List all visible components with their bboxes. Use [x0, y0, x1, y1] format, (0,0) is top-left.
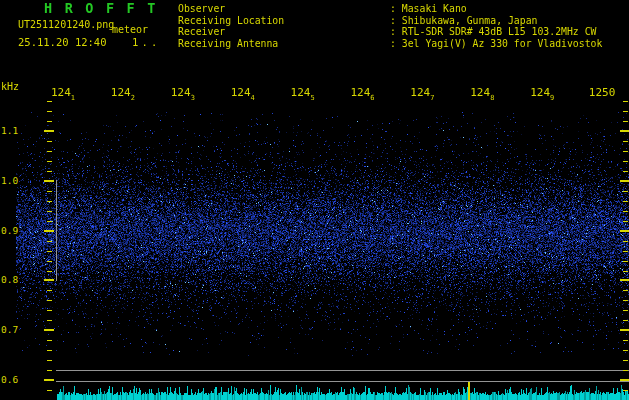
y-axis-minor-tick: [623, 360, 628, 361]
y-axis-minor-tick: [623, 350, 628, 351]
x-axis-label: 1241: [51, 86, 75, 99]
y-axis-minor-tick: [47, 201, 52, 202]
reference-line-lower: [56, 381, 629, 382]
y-axis-major-tick: [620, 329, 629, 331]
spectrogram-noise-canvas: [0, 0, 629, 400]
y-axis-minor-tick: [623, 211, 628, 212]
metadata-separator: :: [390, 38, 402, 49]
y-axis-minor-tick: [623, 171, 628, 172]
metadata-label: Receiving Antenna: [178, 38, 390, 50]
metadata-value: Shibukawa, Gunma, Japan: [402, 15, 538, 26]
metadata-label: Receiver: [178, 26, 390, 38]
y-axis-minor-tick: [623, 300, 628, 301]
y-axis-minor-tick: [623, 191, 628, 192]
metadata-label: Observer: [178, 3, 390, 15]
metadata-value: 3el Yagi(V) Az 330 for Vladivostok: [402, 38, 603, 49]
y-axis-minor-tick: [623, 261, 628, 262]
y-axis-major-tick: [620, 130, 629, 132]
y-axis-label: 0.9: [1, 225, 19, 236]
y-axis-minor-tick: [623, 101, 628, 102]
y-axis-minor-tick: [47, 111, 52, 112]
y-axis-minor-tick: [47, 350, 52, 351]
y-axis-major-tick: [44, 279, 54, 281]
y-axis-major-tick: [44, 329, 54, 331]
y-axis-minor-tick: [623, 141, 628, 142]
y-axis-major-tick: [620, 279, 629, 281]
y-axis-major-tick: [44, 180, 54, 182]
metadata-label: Receiving Location: [178, 15, 390, 27]
metadata-separator: :: [390, 3, 402, 14]
y-axis-minor-tick: [47, 241, 52, 242]
y-axis-label: 0.7: [1, 324, 19, 335]
band-bracket-line: [56, 180, 57, 281]
metadata-row: Receiving Antenna: 3el Yagi(V) Az 330 fo…: [178, 38, 602, 50]
x-axis-label: 1246: [350, 86, 374, 99]
event-marker: [468, 382, 470, 400]
metadata-block: Observer: Masaki KanoReceiving Location:…: [178, 3, 602, 49]
y-axis-label: 1.1: [1, 125, 19, 136]
y-axis-minor-tick: [47, 251, 52, 252]
y-axis-minor-tick: [623, 390, 628, 391]
y-axis-minor-tick: [623, 201, 628, 202]
y-axis-major-tick: [620, 180, 629, 182]
y-axis-minor-tick: [623, 111, 628, 112]
y-axis-major-tick: [44, 379, 54, 381]
x-axis-label: 1247: [410, 86, 434, 99]
y-axis-unit-label: kHz: [1, 81, 19, 92]
y-axis-minor-tick: [47, 191, 52, 192]
y-axis-minor-tick: [623, 271, 628, 272]
y-axis-minor-tick: [47, 211, 52, 212]
y-axis-minor-tick: [47, 320, 52, 321]
y-axis-minor-tick: [47, 390, 52, 391]
y-axis-minor-tick: [47, 171, 52, 172]
y-axis-minor-tick: [623, 251, 628, 252]
observation-datetime: 25.11.20 12:40: [18, 37, 107, 49]
y-axis-minor-tick: [47, 121, 52, 122]
y-axis-minor-tick: [623, 340, 628, 341]
x-axis-label: 1248: [470, 86, 494, 99]
y-axis-label: 0.6: [1, 374, 19, 385]
metadata-row: Receiving Location: Shibukawa, Gunma, Ja…: [178, 15, 602, 27]
y-axis-minor-tick: [47, 261, 52, 262]
y-axis-minor-tick: [47, 101, 52, 102]
y-axis-major-tick: [620, 230, 629, 232]
y-axis-label: 1.0: [1, 175, 19, 186]
y-axis-minor-tick: [47, 360, 52, 361]
x-axis-label: 1244: [231, 86, 255, 99]
output-filename: UT2511201240.png: [18, 19, 114, 30]
y-axis-minor-tick: [47, 151, 52, 152]
y-axis-minor-tick: [623, 241, 628, 242]
x-axis-label: 1250: [589, 86, 616, 99]
app-title: H R O F F T: [44, 1, 158, 16]
x-axis-label: 1249: [530, 86, 554, 99]
y-axis-minor-tick: [47, 300, 52, 301]
y-axis-major-tick: [44, 130, 54, 132]
x-axis-label: 1242: [111, 86, 135, 99]
metadata-value: RTL-SDR SDR# 43dB L15 103.2MHz CW: [402, 26, 597, 37]
y-axis-minor-tick: [623, 310, 628, 311]
y-axis-minor-tick: [623, 151, 628, 152]
y-axis-minor-tick: [47, 340, 52, 341]
minute-count-indicator: 1..: [132, 37, 161, 49]
y-axis-minor-tick: [47, 271, 52, 272]
hrofft-screen: H R O F F T UT2511201240.png meteor 25.1…: [0, 0, 629, 400]
metadata-separator: :: [390, 26, 402, 37]
y-axis-minor-tick: [47, 161, 52, 162]
y-axis-minor-tick: [623, 221, 628, 222]
y-axis-major-tick: [44, 230, 54, 232]
y-axis-minor-tick: [623, 161, 628, 162]
station-name: meteor: [112, 24, 148, 35]
y-axis-minor-tick: [623, 320, 628, 321]
x-axis-label: 1243: [171, 86, 195, 99]
y-axis-minor-tick: [623, 290, 628, 291]
y-axis-minor-tick: [47, 310, 52, 311]
reference-line-upper: [56, 370, 629, 371]
y-axis-major-tick: [620, 379, 629, 381]
x-axis-label: 1245: [291, 86, 315, 99]
y-axis-minor-tick: [47, 290, 52, 291]
metadata-separator: :: [390, 15, 402, 26]
y-axis-minor-tick: [47, 221, 52, 222]
y-axis-label: 0.8: [1, 274, 19, 285]
metadata-value: Masaki Kano: [402, 3, 467, 14]
y-axis-minor-tick: [47, 370, 52, 371]
